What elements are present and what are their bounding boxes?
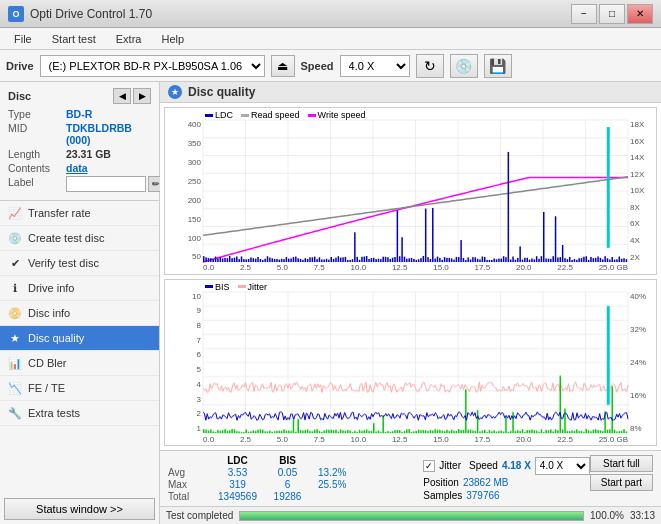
chart-bis-x-labels: 0.0 2.5 5.0 7.5 10.0 12.5 15.0 17.5 20.0…: [203, 433, 628, 445]
sidebar-item-label: Disc quality: [28, 332, 84, 344]
app-icon: O: [8, 6, 24, 22]
eject-button[interactable]: ⏏: [271, 55, 295, 77]
sidebar-item-disc-quality[interactable]: ★ Disc quality: [0, 326, 159, 351]
legend-ldc-label: LDC: [215, 110, 233, 120]
legend-jitter-label: Jitter: [248, 282, 268, 292]
legend-bis-color: [205, 285, 213, 288]
save-button[interactable]: 💾: [484, 54, 512, 78]
chart-title: Disc quality: [188, 85, 255, 99]
sidebar-item-drive-info[interactable]: ℹ Drive info: [0, 276, 159, 301]
jitter-label: Jitter: [439, 460, 461, 471]
legend-write-label: Write speed: [318, 110, 366, 120]
legend-jitter-color: [238, 285, 246, 288]
speed-select[interactable]: 4.0 X: [340, 55, 410, 77]
disc-panel-header: Disc ◀ ▶: [8, 88, 151, 104]
drive-label: Drive: [6, 60, 34, 72]
menu-start-test[interactable]: Start test: [44, 31, 104, 47]
sidebar-item-create-test-disc[interactable]: 💿 Create test disc: [0, 226, 159, 251]
extra-tests-icon: 🔧: [8, 406, 22, 420]
row-avg-jitter: 13.2%: [310, 467, 415, 478]
disc-info-icon: 📀: [8, 306, 22, 320]
chart-ldc-legend: LDC Read speed Write speed: [205, 110, 365, 120]
sidebar-item-label: Create test disc: [28, 232, 104, 244]
chart-ldc-canvas: [165, 108, 656, 274]
speed-select-small[interactable]: 4.0 X: [535, 457, 590, 475]
legend-bis-label: BIS: [215, 282, 230, 292]
close-button[interactable]: ✕: [627, 4, 653, 24]
menu-extra[interactable]: Extra: [108, 31, 150, 47]
progress-bar-track: [239, 511, 584, 521]
maximize-button[interactable]: □: [599, 4, 625, 24]
disc-icon-btn-1[interactable]: ◀: [113, 88, 131, 104]
row-max-ldc: 319: [210, 479, 265, 490]
sidebar-item-verify-test-disc[interactable]: ✔ Verify test disc: [0, 251, 159, 276]
sidebar-menu: 📈 Transfer rate 💿 Create test disc ✔ Ver…: [0, 201, 159, 494]
row-total-label: Total: [168, 491, 210, 502]
position-row: Position 23862 MB: [423, 477, 590, 488]
row-avg-bis: 0.05: [265, 467, 310, 478]
sidebar-item-label: FE / TE: [28, 382, 65, 394]
label-input[interactable]: [66, 176, 146, 192]
disc-type-label: Type: [8, 108, 66, 120]
transfer-rate-icon: 📈: [8, 206, 22, 220]
legend-bis: BIS: [205, 282, 230, 292]
titlebar: O Opti Drive Control 1.70 − □ ✕: [0, 0, 661, 28]
refresh-button[interactable]: ↻: [416, 54, 444, 78]
action-btns: Start full Start part: [590, 455, 653, 502]
row-avg-ldc: 3.53: [210, 467, 265, 478]
disc-icon-btn-2[interactable]: ▶: [133, 88, 151, 104]
jitter-row: ✓ Jitter Speed 4.18 X 4.0 X: [423, 457, 590, 475]
sidebar-item-disc-info[interactable]: 📀 Disc info: [0, 301, 159, 326]
cd-bler-icon: 📊: [8, 356, 22, 370]
row-total-bis: 19286: [265, 491, 310, 502]
disc-button[interactable]: 💿: [450, 54, 478, 78]
row-max-label: Max: [168, 479, 210, 490]
disc-panel: Disc ◀ ▶ Type BD-R MID TDKBLDRBB (000) L…: [0, 82, 159, 201]
legend-jitter: Jitter: [238, 282, 268, 292]
legend-read-label: Read speed: [251, 110, 300, 120]
disc-panel-title: Disc: [8, 90, 31, 102]
sidebar-item-transfer-rate[interactable]: 📈 Transfer rate: [0, 201, 159, 226]
disc-length-row: Length 23.31 GB: [8, 148, 151, 160]
samples-row: Samples 379766: [423, 490, 590, 501]
disc-contents-value[interactable]: data: [66, 162, 88, 174]
disc-type-value: BD-R: [66, 108, 92, 120]
menu-help[interactable]: Help: [153, 31, 192, 47]
legend-write-color: [308, 114, 316, 117]
status-window-button[interactable]: Status window >>: [4, 498, 155, 520]
create-test-disc-icon: 💿: [8, 231, 22, 245]
position-value: 23862 MB: [463, 477, 509, 488]
speed-label: Speed: [301, 60, 334, 72]
titlebar-title: Opti Drive Control 1.70: [30, 7, 152, 21]
start-full-button[interactable]: Start full: [590, 455, 653, 472]
legend-ldc-color: [205, 114, 213, 117]
label-input-row: ✏: [66, 176, 164, 192]
disc-contents-row: Contents data: [8, 162, 151, 174]
chart-bis-canvas: [165, 280, 656, 446]
row-total-ldc: 1349569: [210, 491, 265, 502]
minimize-button[interactable]: −: [571, 4, 597, 24]
drive-select[interactable]: (E:) PLEXTOR BD-R PX-LB950SA 1.06: [40, 55, 265, 77]
sidebar-item-extra-tests[interactable]: 🔧 Extra tests: [0, 401, 159, 426]
titlebar-left: O Opti Drive Control 1.70: [8, 6, 152, 22]
chart-bis: BIS Jitter 10 9 8 7 6 5 4 3 2: [164, 279, 657, 447]
disc-quality-icon: ★: [8, 331, 22, 345]
progress-label: 100.0%: [590, 510, 624, 521]
chart-ldc: LDC Read speed Write speed 400 350 300: [164, 107, 657, 275]
sidebar-item-label: Transfer rate: [28, 207, 91, 219]
start-part-button[interactable]: Start part: [590, 474, 653, 491]
legend-read-speed: Read speed: [241, 110, 300, 120]
chart-header: ★ Disc quality: [160, 82, 661, 103]
menu-file[interactable]: File: [6, 31, 40, 47]
stats-controls-section: ✓ Jitter Speed 4.18 X 4.0 X Position 238…: [415, 455, 590, 502]
sidebar-item-fe-te[interactable]: 📉 FE / TE: [0, 376, 159, 401]
speed-value: 4.18 X: [502, 460, 531, 471]
samples-value: 379766: [466, 490, 499, 501]
chart-icon: ★: [168, 85, 182, 99]
progress-bar-fill: [240, 512, 583, 520]
jitter-checkbox[interactable]: ✓: [423, 460, 435, 472]
fe-te-icon: 📉: [8, 381, 22, 395]
sidebar-item-cd-bler[interactable]: 📊 CD Bler: [0, 351, 159, 376]
titlebar-controls: − □ ✕: [571, 4, 653, 24]
chart-bis-legend: BIS Jitter: [205, 282, 267, 292]
